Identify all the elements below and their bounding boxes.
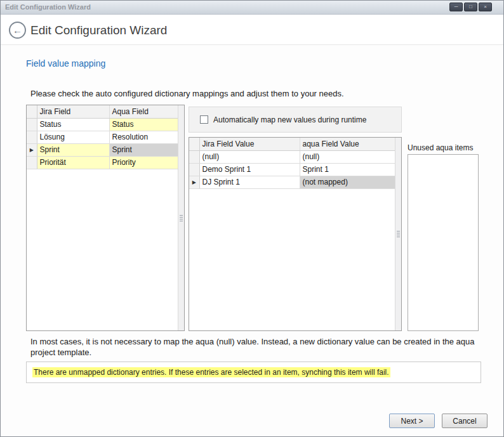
row-selector[interactable] xyxy=(27,118,37,131)
grid-cell[interactable]: Status xyxy=(109,118,178,131)
unused-aqua-items-list[interactable] xyxy=(408,154,479,331)
titlebar-title: Edit Configuration Wizard xyxy=(5,3,91,11)
table-row: LösungResolution xyxy=(27,131,178,143)
maximize-icon: □ xyxy=(469,4,472,10)
field-grid-scrollbar[interactable] xyxy=(178,105,184,330)
current-row-indicator[interactable]: ▶ xyxy=(189,176,199,188)
table-row: PrioritätPriority xyxy=(27,156,178,169)
scrollbar-grip-icon xyxy=(180,215,183,221)
grid-cell[interactable]: Lösung xyxy=(37,131,109,143)
value-mapping-table: Jira Field Value aqua Field Value (null)… xyxy=(189,138,395,189)
note-text: In most cases, it is not necessary to ma… xyxy=(30,336,479,358)
row-header-corner xyxy=(27,105,37,118)
grid-cell[interactable]: Sprint 1 xyxy=(300,163,395,176)
instruction-text: Please check the auto configured diction… xyxy=(30,89,344,98)
table-row: ▶DJ Sprint 1(not mapped) xyxy=(189,176,395,188)
warning-text: There are unmapped dictionary entries. I… xyxy=(32,367,390,377)
row-header-corner xyxy=(189,138,199,150)
field-mapping-grid: Jira Field Aqua Field StatusStatusLösung… xyxy=(26,105,185,331)
row-selector[interactable] xyxy=(27,131,37,143)
minimize-icon: ─ xyxy=(454,4,458,10)
grid-cell[interactable]: Priority xyxy=(109,156,178,169)
table-row: ▶SprintSprint xyxy=(27,143,178,156)
row-selector[interactable] xyxy=(189,150,199,163)
grid-cell[interactable]: Resolution xyxy=(109,131,178,143)
maximize-button[interactable]: □ xyxy=(464,3,477,11)
grid-cell[interactable]: (not mapped) xyxy=(300,176,395,188)
window-controls: ─ □ × xyxy=(449,3,492,11)
grid-cell[interactable]: DJ Sprint 1 xyxy=(199,176,300,188)
auto-map-checkbox-label[interactable]: Automatically map new values during runt… xyxy=(213,115,366,124)
scrollbar-grip-icon xyxy=(397,231,400,237)
warning-box: There are unmapped dictionary entries. I… xyxy=(26,362,481,383)
back-button[interactable]: ← xyxy=(9,22,26,39)
runtime-mapping-panel: Automatically map new values during runt… xyxy=(189,107,402,133)
titlebar[interactable]: Edit Configuration Wizard ─ □ × xyxy=(1,1,503,15)
back-arrow-icon: ← xyxy=(13,25,22,36)
table-row: (null)(null) xyxy=(189,150,395,163)
close-icon: × xyxy=(484,4,487,10)
wizard-header: ← Edit Configuration Wizard xyxy=(1,15,503,45)
grid-cell[interactable]: (null) xyxy=(199,150,300,163)
grid-cell[interactable]: Priorität xyxy=(37,156,109,169)
close-button[interactable]: × xyxy=(479,3,492,11)
grid-cell[interactable]: Sprint xyxy=(37,143,109,156)
minimize-button[interactable]: ─ xyxy=(449,3,463,11)
grid-cell[interactable]: Sprint xyxy=(109,143,178,156)
field-mapping-table: Jira Field Aqua Field StatusStatusLösung… xyxy=(27,105,178,169)
page-title: Edit Configuration Wizard xyxy=(30,15,167,45)
cancel-button[interactable]: Cancel xyxy=(442,414,487,428)
grid-cell[interactable]: (null) xyxy=(300,150,395,163)
next-button[interactable]: Next > xyxy=(389,414,435,428)
table-row: StatusStatus xyxy=(27,118,178,131)
current-row-indicator[interactable]: ▶ xyxy=(27,143,37,156)
value-grid-scrollbar[interactable] xyxy=(395,138,401,330)
edit-configuration-wizard-window: Edit Configuration Wizard ─ □ × ← Edit C… xyxy=(0,0,504,437)
column-header-aqua-field[interactable]: Aqua Field xyxy=(109,105,178,118)
value-mapping-grid: Jira Field Value aqua Field Value (null)… xyxy=(189,137,402,331)
row-selector[interactable] xyxy=(27,156,37,169)
grid-cell[interactable]: Demo Sprint 1 xyxy=(199,163,300,176)
column-header-jira-field-value[interactable]: Jira Field Value xyxy=(199,138,300,150)
row-selector[interactable] xyxy=(189,163,199,176)
header-row: Jira Field Aqua Field xyxy=(27,105,178,118)
section-title: Field value mapping xyxy=(26,58,105,68)
header-row: Jira Field Value aqua Field Value xyxy=(189,138,395,150)
column-header-jira-field[interactable]: Jira Field xyxy=(37,105,109,118)
unused-aqua-items-label: Unused aqua items xyxy=(408,143,473,152)
auto-map-checkbox[interactable] xyxy=(200,115,208,124)
column-header-aqua-field-value[interactable]: aqua Field Value xyxy=(300,138,395,150)
table-row: Demo Sprint 1Sprint 1 xyxy=(189,163,395,176)
grid-cell[interactable]: Status xyxy=(37,118,109,131)
